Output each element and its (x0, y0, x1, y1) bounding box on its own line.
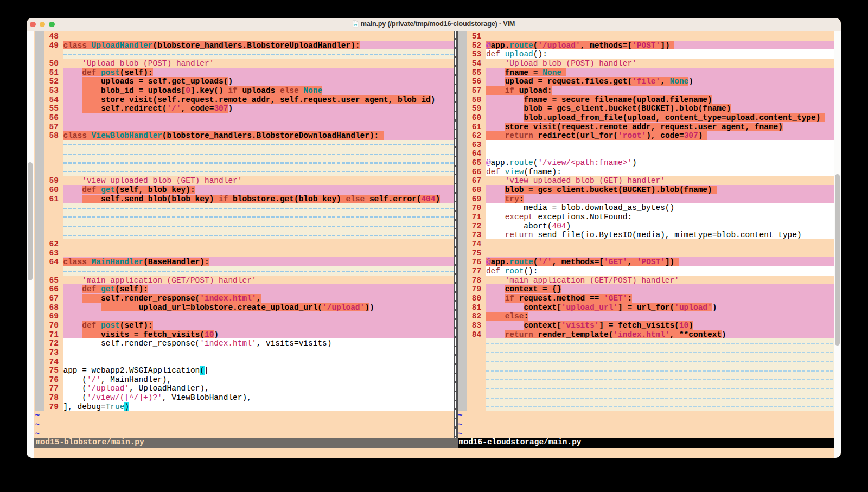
svg-text:PY: PY (354, 24, 358, 27)
